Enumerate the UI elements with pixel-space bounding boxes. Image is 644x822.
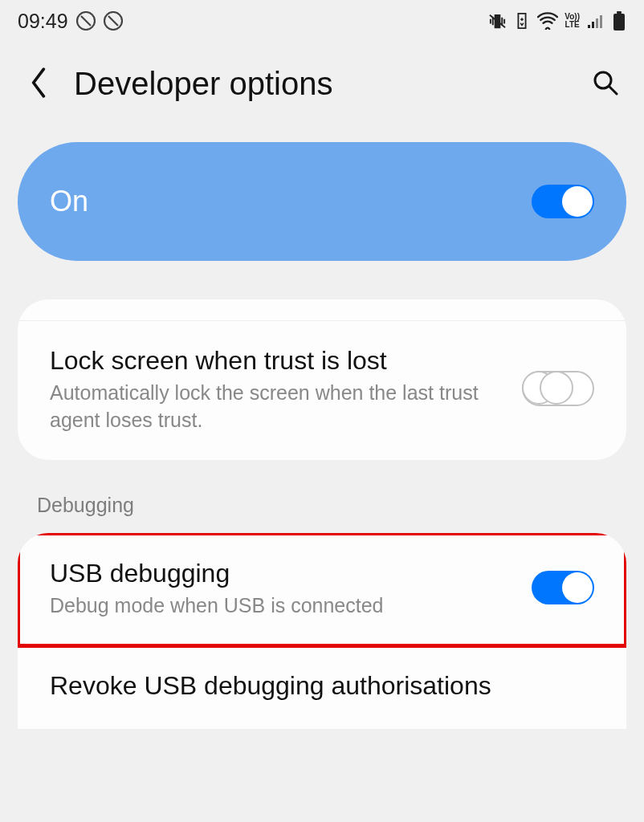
status-right: Vo))LTE bbox=[488, 10, 626, 31]
svg-rect-6 bbox=[613, 14, 625, 31]
master-toggle-switch[interactable] bbox=[532, 185, 594, 218]
svg-rect-5 bbox=[600, 15, 602, 28]
notification-icon-2 bbox=[104, 11, 123, 31]
usb-debugging-toggle[interactable] bbox=[532, 571, 594, 604]
settings-card-2: USB debugging Debug mode when USB is con… bbox=[18, 533, 626, 729]
settings-card-1: Lock screen when trust is lost Automatic… bbox=[18, 299, 626, 460]
setting-desc: Automatically lock the screen when the l… bbox=[50, 380, 506, 434]
wifi-icon bbox=[537, 12, 558, 30]
header: Developer options bbox=[0, 42, 644, 142]
page-title: Developer options bbox=[74, 66, 570, 102]
svg-rect-4 bbox=[596, 18, 598, 28]
svg-rect-3 bbox=[592, 22, 594, 28]
revoke-usb-auth-row[interactable]: Revoke USB debugging authorisations bbox=[18, 646, 626, 729]
setting-title: Lock screen when trust is lost bbox=[50, 344, 506, 378]
lock-screen-trust-toggle[interactable] bbox=[522, 371, 594, 406]
status-bar: 09:49 Vo))LTE bbox=[0, 0, 644, 42]
notification-icon-1 bbox=[76, 11, 96, 31]
chevron-left-icon bbox=[29, 67, 48, 100]
setting-text: Revoke USB debugging authorisations bbox=[50, 669, 594, 703]
search-button[interactable] bbox=[589, 68, 622, 100]
volte-icon: Vo))LTE bbox=[565, 13, 580, 29]
toggle-knob bbox=[562, 572, 593, 603]
toggle-knob bbox=[562, 186, 593, 217]
setting-title: Revoke USB debugging authorisations bbox=[50, 669, 594, 703]
search-icon bbox=[592, 69, 619, 99]
vibrate-icon bbox=[488, 12, 507, 31]
setting-text: Lock screen when trust is lost Automatic… bbox=[50, 344, 506, 434]
lock-screen-trust-row[interactable]: Lock screen when trust is lost Automatic… bbox=[18, 320, 626, 460]
svg-rect-7 bbox=[617, 11, 622, 14]
svg-rect-2 bbox=[588, 25, 590, 28]
toggle-knob-overlap bbox=[540, 371, 573, 405]
usb-debugging-row[interactable]: USB debugging Debug mode when USB is con… bbox=[18, 533, 626, 646]
setting-text: USB debugging Debug mode when USB is con… bbox=[50, 556, 516, 620]
setting-desc: Debug mode when USB is connected bbox=[50, 592, 516, 620]
status-time: 09:49 bbox=[18, 10, 68, 33]
section-label-debugging: Debugging bbox=[0, 460, 644, 533]
battery-icon bbox=[612, 10, 626, 31]
setting-title: USB debugging bbox=[50, 556, 516, 591]
signal-icon bbox=[586, 12, 605, 30]
status-left: 09:49 bbox=[18, 10, 123, 33]
data-saver-icon bbox=[513, 12, 531, 30]
master-toggle-row[interactable]: On bbox=[18, 142, 626, 261]
master-toggle-label: On bbox=[50, 185, 88, 218]
back-button[interactable] bbox=[22, 68, 55, 100]
